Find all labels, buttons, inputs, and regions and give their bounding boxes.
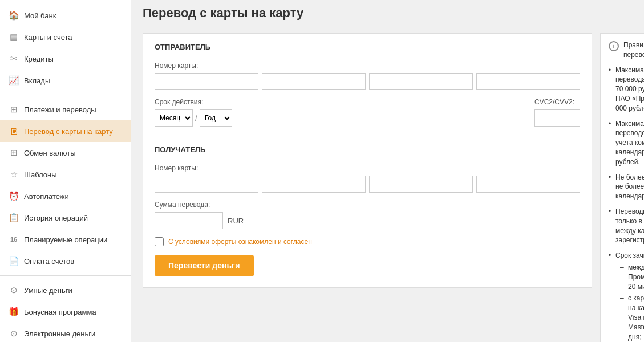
sidebar-item-label: Карты и счета (24, 33, 72, 42)
sender-title: ОТПРАВИТЕЛЬ (155, 43, 580, 54)
recipient-card-part-1[interactable] (155, 176, 258, 193)
expiry-label: Срок действия: (155, 98, 232, 106)
info-sublist: между картами Промсвязьбанка: не более 2… (615, 263, 644, 341)
sidebar-item-label: Электронные деньги (24, 329, 95, 338)
sidebar-item-label: Вклады (24, 76, 50, 85)
amount-row: RUR (155, 212, 580, 229)
sender-card-part-2[interactable] (262, 73, 366, 90)
sidebar-item-bonus[interactable]: 🎁 Бонусная программа (0, 301, 131, 323)
sender-card-part-1[interactable] (155, 73, 258, 90)
sidebar-item-e-money[interactable]: ⊙ Электронные деньги (0, 323, 131, 342)
sender-card-number-row (155, 73, 580, 90)
sidebar-item-label: История операций (24, 214, 88, 222)
sidebar-divider-2 (0, 275, 131, 276)
sidebar-item-deposits[interactable]: 📈 Вклады (0, 70, 131, 91)
sidebar-item-cards-accounts[interactable]: ▤ Карты и счета (0, 26, 131, 48)
sidebar-item-bill-payment[interactable]: 📄 Оплата счетов (0, 250, 131, 272)
sender-section: ОТПРАВИТЕЛЬ Номер карты: Срок действия: (155, 43, 580, 127)
sidebar-item-label: Обмен валюты (24, 149, 76, 157)
sidebar-item-label: Перевод с карты на карту (24, 127, 113, 136)
templates-icon: ☆ (8, 169, 19, 180)
expiry-selects: Месяц 010203 040506 070809 101112 / Год … (155, 109, 232, 127)
sidebar-item-my-bank[interactable]: 🏠 Мой банк (0, 5, 131, 26)
sidebar-item-planned[interactable]: 16 Планируемые операции (0, 229, 131, 250)
history-icon: 📋 (8, 212, 19, 223)
sender-card-part-3[interactable] (369, 73, 473, 90)
info-rule-4: Переводы осуществляются только в рублях … (609, 207, 644, 245)
recipient-section: ПОЛУЧАТЕЛЬ Номер карты: Сумма перевода: … (155, 145, 580, 229)
recipient-card-number-label: Номер карты: (155, 164, 580, 172)
content-area: ОТПРАВИТЕЛЬ Номер карты: Срок действия: (143, 33, 644, 342)
cvc-input[interactable] (534, 109, 580, 127)
planned-icon: 16 (8, 234, 19, 245)
e-money-icon: ⊙ (8, 328, 19, 339)
info-icon: i (609, 41, 619, 51)
sidebar-item-templates[interactable]: ☆ Шаблоны (0, 164, 131, 185)
month-select[interactable]: Месяц 010203 040506 070809 101112 (155, 109, 193, 127)
sidebar-item-currency-exchange[interactable]: ⊞ Обмен валюты (0, 142, 131, 164)
section-separator (155, 136, 580, 136)
info-rule-5: Срок зачисления средств: между картами П… (609, 251, 644, 341)
info-rule-2: Максимальная сумма переводов по одной ка… (609, 119, 644, 167)
main-content: Перевод с карты на карту ОТПРАВИТЕЛЬ Ном… (131, 0, 644, 342)
year-select[interactable]: Год 202420252026 2027202820292030 (200, 109, 232, 127)
offer-label[interactable]: С условиями оферты ознакомлен и согласен (168, 238, 312, 246)
amount-input[interactable] (155, 212, 223, 229)
sidebar-item-label: Шаблоны (24, 170, 57, 179)
sidebar-item-label: Платежи и переводы (24, 105, 96, 114)
deposits-icon: 📈 (8, 75, 19, 86)
recipient-title: ПОЛУЧАТЕЛЬ (155, 145, 580, 156)
sidebar: 🏠 Мой банк ▤ Карты и счета ✂ Кредиты 📈 В… (0, 0, 131, 342)
currency-label: RUR (228, 217, 244, 225)
payments-icon: ⊞ (8, 104, 19, 115)
recipient-card-part-2[interactable] (262, 176, 366, 193)
offer-checkbox-row: С условиями оферты ознакомлен и согласен (155, 237, 580, 246)
info-header: i Правила работы сервиса переводов с кар… (609, 40, 644, 60)
info-list: Максимальная сумма одного перевода без у… (609, 66, 644, 342)
page-title: Перевод с карты на карту (143, 6, 644, 24)
sidebar-item-label: Кредиты (24, 55, 54, 63)
sidebar-item-label: Автоплатежи (24, 192, 69, 201)
sidebar-divider-1 (0, 95, 131, 95)
info-rule-3: Не более 4 операций в день и не более 15… (609, 173, 644, 201)
sidebar-item-history[interactable]: 📋 История операций (0, 207, 131, 229)
expiry-separator: / (195, 113, 197, 123)
sidebar-item-smart-money[interactable]: ⊙ Умные деньги (0, 279, 131, 301)
info-panel: i Правила работы сервиса переводов с кар… (600, 33, 644, 342)
cvc-section: CVC2/CVV2: (534, 98, 580, 127)
info-subrule-2: с карты стороннего банка на карту Промсв… (620, 294, 644, 341)
recipient-card-part-4[interactable] (476, 176, 580, 193)
sender-card-number-label: Номер карты: (155, 62, 580, 70)
sidebar-item-credits[interactable]: ✂ Кредиты (0, 48, 131, 70)
currency-icon: ⊞ (8, 147, 19, 158)
autopayments-icon: ⏰ (8, 190, 19, 202)
cvc-label: CVC2/CVV2: (534, 98, 580, 106)
offer-checkbox[interactable] (155, 237, 164, 246)
sidebar-item-autopayments[interactable]: ⏰ Автоплатежи (0, 185, 131, 207)
cards-icon: ▤ (8, 31, 19, 43)
info-panel-title: Правила работы сервиса переводов с карты… (623, 40, 644, 60)
credits-icon: ✂ (8, 53, 19, 64)
transfer-icon: 🖹 (8, 125, 19, 137)
recipient-card-number-row (155, 176, 580, 193)
info-rule-1: Максимальная сумма одного перевода без у… (609, 66, 644, 113)
expiry-cvc-row: Срок действия: Месяц 010203 040506 07080… (155, 98, 580, 127)
form-panel: ОТПРАВИТЕЛЬ Номер карты: Срок действия: (143, 33, 592, 288)
smart-money-icon: ⊙ (8, 284, 19, 296)
sidebar-item-card-transfer[interactable]: 🖹 Перевод с карты на карту (0, 120, 131, 142)
info-subrule-1: между картами Промсвязьбанка: не более 2… (620, 263, 644, 291)
sidebar-item-label: Мой банк (24, 11, 56, 20)
expiry-section: Срок действия: Месяц 010203 040506 07080… (155, 98, 232, 127)
sidebar-item-label: Бонусная программа (24, 308, 96, 316)
sidebar-item-label: Планируемые операции (24, 235, 107, 244)
home-icon: 🏠 (8, 10, 19, 21)
sidebar-item-label: Оплата счетов (24, 257, 74, 266)
recipient-card-part-3[interactable] (369, 176, 473, 193)
submit-button[interactable]: Перевести деньги (155, 255, 254, 276)
sidebar-item-label: Умные деньги (24, 286, 72, 295)
bill-icon: 📄 (8, 255, 19, 267)
sidebar-item-payments-transfers[interactable]: ⊞ Платежи и переводы (0, 99, 131, 120)
sender-card-part-4[interactable] (476, 73, 580, 90)
amount-label: Сумма перевода: (155, 201, 580, 209)
bonus-icon: 🎁 (8, 306, 19, 317)
